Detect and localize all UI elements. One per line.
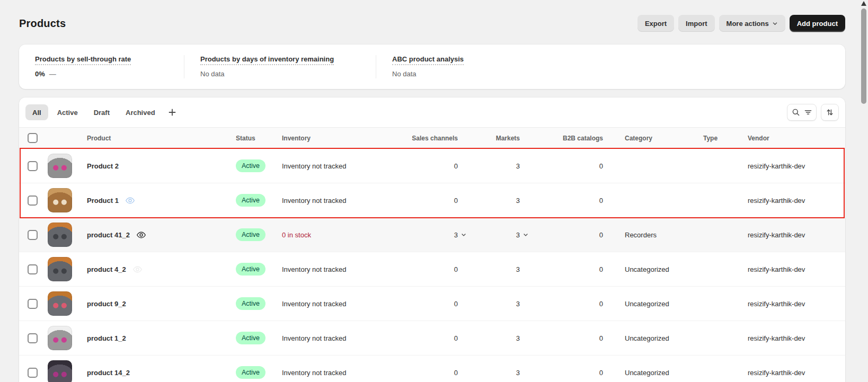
row-checkbox[interactable] (28, 264, 38, 274)
import-button[interactable]: Import (678, 15, 714, 32)
table-row[interactable]: product 9_2 Active Inventory not tracked… (19, 287, 845, 321)
tab-archived[interactable]: Archived (119, 104, 162, 120)
product-image[interactable] (48, 291, 72, 316)
more-actions-label: More actions (727, 20, 769, 28)
b2b-catalogs-value: 0 (599, 300, 603, 308)
b2b-catalogs-value: 0 (599, 162, 603, 170)
sales-channels-value: 0 (454, 369, 458, 377)
vendor-value: resizify-karthik-dev (748, 369, 805, 377)
vertical-scrollbar[interactable] (860, 0, 868, 382)
product-name[interactable]: product 41_2 (87, 231, 130, 239)
scrollbar-up-arrow-icon[interactable] (861, 1, 866, 6)
product-image[interactable] (48, 257, 72, 281)
column-header-type[interactable]: Type (703, 135, 748, 142)
vendor-value: resizify-karthik-dev (748, 265, 805, 273)
markets-value: 3 (516, 265, 520, 273)
scrollbar-thumb[interactable] (861, 8, 866, 104)
product-name[interactable]: Product 1 (87, 197, 119, 205)
table-row[interactable]: product 4_2 Active Inventory not tracked… (19, 252, 845, 287)
tab-all[interactable]: All (25, 104, 48, 120)
sales-channels-value: 0 (454, 334, 458, 342)
view-icon[interactable] (136, 230, 146, 240)
analytics-card: Products by sell-through rate 0% — Produ… (19, 45, 845, 89)
table-row[interactable]: product 14_2 Active Inventory not tracke… (19, 356, 845, 382)
product-image[interactable] (48, 326, 72, 350)
products-table-card: All Active Draft Archived (19, 97, 845, 382)
search-icon (792, 108, 800, 117)
table-rows: Product 2 Active Inventory not tracked 0… (19, 149, 845, 382)
product-name[interactable]: product 14_2 (87, 369, 130, 377)
column-header-product[interactable]: Product (87, 135, 236, 142)
export-button[interactable]: Export (637, 15, 674, 32)
metric-value-text: No data (392, 70, 417, 78)
product-image[interactable] (48, 360, 72, 382)
view-tabs-bar: All Active Draft Archived (19, 97, 845, 127)
metric-title-link[interactable]: ABC product analysis (392, 55, 464, 65)
markets-value: 3 (516, 300, 520, 308)
markets-value: 3 (516, 369, 520, 377)
product-image[interactable] (48, 223, 72, 247)
sales-channels-value: 0 (454, 300, 458, 308)
table-header-row: Product Status Inventory Sales channels … (19, 127, 845, 149)
category-value: Uncategorized (625, 300, 669, 308)
markets-value: 3 (516, 231, 520, 239)
column-header-markets[interactable]: Markets (458, 135, 520, 142)
category-value: Uncategorized (625, 265, 669, 273)
table-row[interactable]: Product 1 Active Inventory not tracked 0… (19, 183, 845, 218)
vendor-value: resizify-karthik-dev (748, 231, 805, 239)
sort-button[interactable] (821, 104, 839, 121)
page-header: Products Export Import More actions Add … (19, 0, 845, 33)
metric-value-number: 0% (35, 70, 45, 78)
column-header-vendor[interactable]: Vendor (748, 135, 845, 142)
more-actions-button[interactable]: More actions (719, 15, 785, 32)
row-checkbox[interactable] (28, 368, 38, 378)
column-header-status[interactable]: Status (236, 135, 282, 142)
metric-value: No data (392, 70, 829, 78)
product-name[interactable]: product 4_2 (87, 265, 126, 273)
view-icon[interactable] (125, 196, 135, 206)
add-product-button[interactable]: Add product (790, 15, 845, 32)
add-view-button[interactable] (164, 104, 180, 120)
view-tabs: All Active Draft Archived (25, 104, 180, 120)
column-header-sales-channels[interactable]: Sales channels (408, 135, 458, 142)
status-badge: Active (236, 159, 265, 172)
metric-sell-through-rate: Products by sell-through rate 0% — (19, 55, 184, 78)
table-row[interactable]: Product 2 Active Inventory not tracked 0… (19, 149, 845, 183)
status-badge: Active (236, 228, 265, 241)
row-checkbox[interactable] (28, 161, 38, 171)
product-image[interactable] (48, 188, 72, 212)
product-name[interactable]: product 9_2 (87, 300, 126, 308)
table-row[interactable]: product 1_2 Active Inventory not tracked… (19, 321, 845, 356)
status-badge: Active (236, 297, 265, 310)
b2b-catalogs-value: 0 (599, 369, 603, 377)
inventory-text: Inventory not tracked (282, 265, 346, 273)
table-row[interactable]: product 41_2 Active 0 in stock 3 3 0 Rec… (19, 218, 845, 252)
product-image[interactable] (48, 154, 72, 178)
row-checkbox[interactable] (28, 196, 38, 206)
view-icon[interactable] (132, 264, 143, 274)
search-and-filter-button[interactable] (787, 104, 817, 121)
metric-title-link[interactable]: Products by days of inventory remaining (200, 55, 334, 65)
column-header-inventory[interactable]: Inventory (282, 135, 408, 142)
select-all-checkbox[interactable] (28, 133, 38, 143)
column-header-category[interactable]: Category (603, 135, 703, 142)
products-page: Products Export Import More actions Add … (19, 0, 845, 382)
chevron-down-icon (772, 21, 778, 26)
inventory-text: Inventory not tracked (282, 162, 346, 170)
row-checkbox[interactable] (28, 333, 38, 343)
markets-value: 3 (516, 334, 520, 342)
tab-draft[interactable]: Draft (87, 104, 117, 120)
product-name[interactable]: Product 2 (87, 162, 119, 170)
column-header-b2b-catalogs[interactable]: B2B catalogs (520, 135, 603, 142)
product-name[interactable]: product 1_2 (87, 334, 126, 342)
category-value: Uncategorized (625, 369, 669, 377)
inventory-text: 0 in stock (282, 231, 311, 239)
row-checkbox[interactable] (28, 299, 38, 309)
status-badge: Active (236, 194, 265, 207)
page-title: Products (19, 17, 66, 30)
metric-title-link[interactable]: Products by sell-through rate (35, 55, 131, 65)
row-checkbox[interactable] (28, 230, 38, 240)
tab-active[interactable]: Active (50, 104, 85, 120)
metric-abc-analysis: ABC product analysis No data (376, 55, 845, 78)
inventory-text: Inventory not tracked (282, 300, 346, 308)
